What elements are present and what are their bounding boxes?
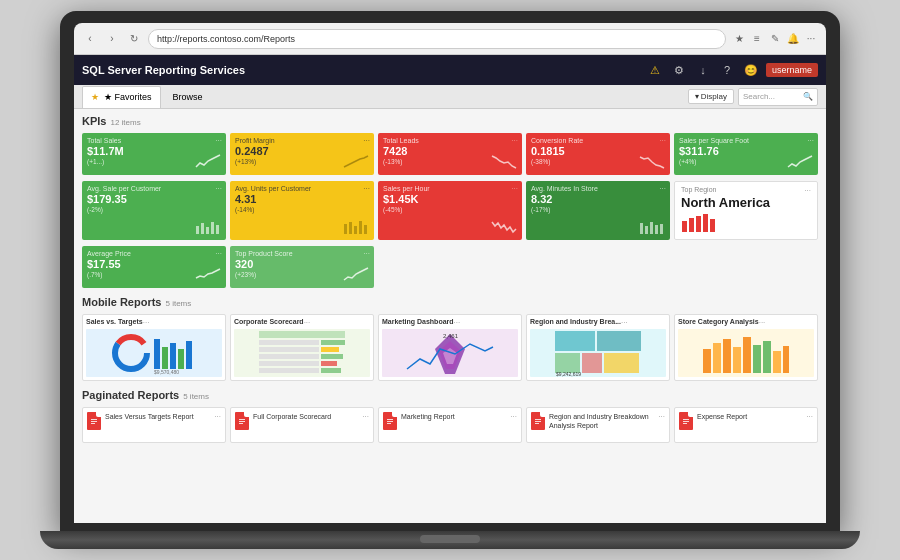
svg-rect-51: [723, 339, 731, 373]
svg-rect-44: [597, 331, 641, 351]
back-button[interactable]: ‹: [82, 31, 98, 47]
report-dots[interactable]: ···: [759, 318, 766, 327]
kpi-avg-price[interactable]: ··· Average Price $17.55 (.7%): [82, 246, 226, 288]
kpi-avg-minutes[interactable]: ··· Avg. Minutes In Store 8.32 (-17%): [526, 181, 670, 240]
kpi-top-region-dots[interactable]: ···: [804, 186, 811, 195]
settings-icon[interactable]: ⚙: [670, 61, 688, 79]
search-box[interactable]: Search... 🔍: [738, 88, 818, 106]
browser-chrome: ‹ › ↻ http://reports.contoso.com/Reports…: [74, 23, 826, 55]
kpi-profit-margin-label: Profit Margin: [235, 137, 369, 144]
pag-report-region[interactable]: Region and Industry Breakdown Analysis R…: [526, 407, 670, 443]
pag-region-title: Region and Industry Breakdown Analysis R…: [549, 412, 654, 430]
svg-rect-28: [259, 331, 345, 338]
svg-rect-3: [211, 222, 214, 234]
pag-report-sales[interactable]: Sales Versus Targets Report ···: [82, 407, 226, 443]
kpi-sales-per-sqft[interactable]: ··· Sales per Square Foot $311.76 (+4%): [674, 133, 818, 175]
pag-report-marketing[interactable]: Marketing Report ···: [378, 407, 522, 443]
favorites-tab[interactable]: ★ ★ Favorites: [82, 86, 161, 108]
svg-rect-14: [660, 224, 663, 234]
pag-dots[interactable]: ···: [806, 412, 813, 421]
svg-rect-76: [683, 421, 689, 422]
help-icon[interactable]: ?: [718, 61, 736, 79]
report-marketing[interactable]: Marketing Dashboard ··· 2,461: [378, 314, 522, 381]
report-region-title: Region and Industry Brea...: [530, 318, 621, 325]
paginated-reports-title: Paginated Reports: [82, 389, 179, 401]
kpi-row-2: ··· Avg. Sale per Customer $179.35 (-2%): [82, 181, 818, 240]
svg-rect-46: [582, 353, 602, 373]
svg-rect-52: [733, 347, 741, 373]
report-dots[interactable]: ···: [454, 318, 461, 327]
edit-icon[interactable]: ✎: [768, 32, 782, 46]
report-dots[interactable]: ···: [621, 318, 628, 327]
kpi-avg-units[interactable]: ··· Avg. Units per Customer 4.31 (-14%): [230, 181, 374, 240]
paginated-reports-header: Paginated Reports 5 items: [82, 389, 818, 401]
svg-rect-11: [645, 226, 648, 234]
address-bar[interactable]: http://reports.contoso.com/Reports: [148, 29, 726, 49]
report-file-icon: [235, 412, 249, 430]
ssrs-content: KPIs 12 items ··· Total Sales $11.7M (+1…: [74, 109, 826, 523]
more-icon[interactable]: ···: [804, 32, 818, 46]
report-corporate-scorecard[interactable]: Corporate Scorecard ···: [230, 314, 374, 381]
svg-rect-6: [349, 222, 352, 234]
svg-rect-75: [683, 419, 689, 420]
kpi-total-sales[interactable]: ··· Total Sales $11.7M (+1...): [82, 133, 226, 175]
pag-report-scorecard[interactable]: Full Corporate Scorecard ···: [230, 407, 374, 443]
kpi-sales-per-hour-label: Sales per Hour: [383, 185, 517, 192]
svg-rect-2: [206, 227, 209, 234]
browse-tab[interactable]: Browse: [165, 86, 211, 108]
svg-rect-73: [535, 423, 539, 424]
kpi-avg-units-change: (-14%): [235, 206, 369, 213]
bell-icon[interactable]: 🔔: [786, 32, 800, 46]
kpis-section-header: KPIs 12 items: [82, 115, 818, 127]
mobile-reports-title: Mobile Reports: [82, 296, 161, 308]
profit-margin-sparkline: [342, 153, 370, 171]
svg-rect-38: [321, 368, 341, 373]
pag-dots[interactable]: ···: [658, 412, 665, 421]
report-sales-targets[interactable]: Sales vs. Targets ···: [82, 314, 226, 381]
sales-hour-sparkline: [490, 218, 518, 236]
svg-rect-36: [321, 361, 337, 366]
kpi-avg-sale[interactable]: ··· Avg. Sale per Customer $179.35 (-2%): [82, 181, 226, 240]
report-dots[interactable]: ···: [304, 318, 311, 327]
bookmark-icon[interactable]: ★: [732, 32, 746, 46]
top-product-sparkline: [342, 266, 370, 284]
kpi-sales-per-hour[interactable]: ··· Sales per Hour $1.45K (-45%): [378, 181, 522, 240]
svg-rect-30: [321, 340, 345, 345]
mobile-reports-grid: Sales vs. Targets ···: [82, 314, 818, 381]
warning-icon[interactable]: ⚠: [646, 61, 664, 79]
mobile-reports-count: 5 items: [165, 299, 191, 308]
pag-dots[interactable]: ···: [510, 412, 517, 421]
svg-rect-24: [170, 343, 176, 369]
svg-text:2,461: 2,461: [443, 333, 459, 339]
report-store-category[interactable]: Store Category Analysis ···: [674, 314, 818, 381]
download-icon[interactable]: ↓: [694, 61, 712, 79]
refresh-button[interactable]: ↻: [126, 31, 142, 47]
svg-rect-15: [682, 221, 687, 232]
kpi-top-product[interactable]: ··· Top Product Score 320 (+23%): [230, 246, 374, 288]
user-avatar-icon[interactable]: 😊: [742, 61, 760, 79]
forward-button[interactable]: ›: [104, 31, 120, 47]
kpi-total-leads[interactable]: ··· Total Leads 7428 (-13%): [378, 133, 522, 175]
kpi-sales-per-sqft-label: Sales per Square Foot: [679, 137, 813, 144]
report-dots[interactable]: ···: [143, 318, 150, 327]
pag-dots[interactable]: ···: [362, 412, 369, 421]
kpi-profit-margin[interactable]: ··· Profit Margin 0.2487 (+13%): [230, 133, 374, 175]
svg-rect-71: [535, 419, 541, 420]
browser-icons: ★ ≡ ✎ 🔔 ···: [732, 32, 818, 46]
kpi-top-region[interactable]: Top Region North America ···: [674, 181, 818, 240]
kpi-conversion-rate[interactable]: ··· Conversion Rate 0.1815 (-38%): [526, 133, 670, 175]
svg-rect-13: [655, 225, 658, 234]
svg-rect-12: [650, 222, 653, 234]
pag-scorecard-title: Full Corporate Scorecard: [253, 412, 358, 421]
pag-report-expense[interactable]: Expense Report ···: [674, 407, 818, 443]
svg-rect-25: [178, 349, 184, 369]
ssrs-navbar: ★ ★ Favorites Browse ▾ Display Search...…: [74, 85, 826, 109]
screen-bezel: ‹ › ↻ http://reports.contoso.com/Reports…: [74, 23, 826, 523]
pag-dots[interactable]: ···: [214, 412, 221, 421]
svg-rect-8: [359, 221, 362, 234]
display-button[interactable]: ▾ Display: [688, 89, 734, 104]
report-store-title: Store Category Analysis: [678, 318, 759, 325]
report-region-industry[interactable]: Region and Industry Brea... ···: [526, 314, 670, 381]
menu-icon[interactable]: ≡: [750, 32, 764, 46]
sales-targets-preview: $9,570,480: [86, 329, 222, 377]
